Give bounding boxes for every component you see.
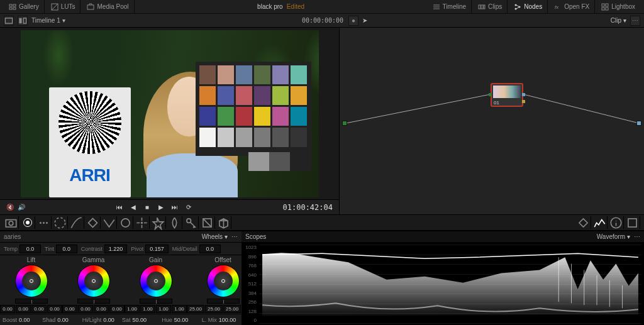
color-swatch <box>199 128 216 146</box>
gallery-button[interactable]: Gallery <box>4 0 45 13</box>
split-view-button[interactable] <box>18 16 28 26</box>
node-output-port[interactable] <box>522 93 525 96</box>
project-title: black pro <box>257 3 283 10</box>
clip-mode-dropdown[interactable]: Clip ▾ <box>611 17 626 24</box>
svg-rect-8 <box>484 5 485 9</box>
node-graph[interactable]: 01 <box>340 28 644 214</box>
panel-options-button[interactable]: ⋯ <box>231 233 238 240</box>
main-split: ARRI 🔇 🔊 ⏮ ◀ ■ ▶ ⏭ <box>0 28 644 214</box>
openfx-button[interactable]: fx Open FX <box>549 0 595 13</box>
resolution-chart: ARRI <box>49 87 131 197</box>
lightbox-button[interactable]: Lightbox <box>596 0 640 13</box>
svg-line-21 <box>523 94 639 123</box>
svg-rect-25 <box>89 218 97 227</box>
offset-master-jog[interactable] <box>207 299 240 304</box>
qualifier-button[interactable] <box>102 216 117 229</box>
color-swatch <box>272 128 289 146</box>
luts-button[interactable]: LUTs <box>46 0 81 13</box>
image-wipe-button[interactable] <box>4 16 14 26</box>
svg-point-28 <box>187 218 191 223</box>
luts-icon <box>51 3 58 11</box>
color-swatch <box>199 86 216 105</box>
wheels-mode-dropdown[interactable]: Wheels ▾ <box>202 233 228 240</box>
scope-tick: 768 <box>243 263 257 268</box>
mediapool-button[interactable]: Media Pool <box>82 0 134 13</box>
gain-master-jog[interactable] <box>140 299 172 304</box>
color-wheels-button[interactable] <box>20 216 35 229</box>
node-source-handle[interactable] <box>342 121 347 126</box>
pivot-field[interactable]: 0.157 <box>145 245 169 253</box>
temp-field[interactable]: 0.0 <box>19 245 41 253</box>
tint-field[interactable]: 0.0 <box>56 245 77 253</box>
gamma-wheel[interactable] <box>77 265 110 297</box>
window-button[interactable] <box>118 216 133 229</box>
viewer-timecode[interactable]: 01:00:42:04 <box>283 203 333 212</box>
viewer-canvas[interactable]: ARRI <box>0 28 339 199</box>
info-panel-button[interactable] <box>609 216 624 229</box>
chevron-down-icon: ▾ <box>225 233 228 240</box>
expand-button[interactable] <box>625 216 640 229</box>
sizing-button[interactable] <box>200 216 215 229</box>
curves-button[interactable] <box>69 216 84 229</box>
clips-button[interactable]: Clips <box>473 0 508 13</box>
color-swatch <box>218 86 234 105</box>
loop-button[interactable]: ⟳ <box>184 203 193 212</box>
tracker-button[interactable] <box>135 216 150 229</box>
scopes-title: Scopes <box>245 233 266 240</box>
gray-card <box>248 152 311 171</box>
scope-type-dropdown[interactable]: Waveform ▾ <box>597 233 630 240</box>
transport-bar: 🔇 🔊 ⏮ ◀ ■ ▶ ⏭ ⟳ 01:00:42:04 <box>0 199 339 214</box>
node-input-port[interactable] <box>489 93 492 96</box>
gain-wheel[interactable] <box>140 265 172 297</box>
magic-mask-button[interactable] <box>151 216 166 229</box>
keyframe-panel-button[interactable] <box>576 216 591 229</box>
play-reverse-button[interactable]: ◀ <box>129 203 138 212</box>
scope-tick: 128 <box>243 309 257 314</box>
motion-effects-button[interactable] <box>53 216 68 229</box>
scopes-panel: Scopes Waveform ▾ ⋯ 10238967686405123842… <box>242 231 644 325</box>
key-button[interactable] <box>184 216 199 229</box>
middetail-field[interactable]: 0.0 <box>199 245 221 253</box>
timeline-button[interactable]: Timeline <box>428 0 472 13</box>
svg-rect-7 <box>481 5 483 9</box>
nav-timecode[interactable]: 00:00:00:00 <box>297 17 348 24</box>
volume-button[interactable]: 🔊 <box>18 204 25 211</box>
color-warper-button[interactable] <box>86 216 101 229</box>
primaries-tab[interactable]: aaries <box>4 233 21 240</box>
gamma-values[interactable]: 0.000.000.000.00 <box>62 305 125 313</box>
timeline-dropdown[interactable]: Timeline 1 ▾ <box>31 17 297 24</box>
color-node-01[interactable]: 01 <box>491 83 523 107</box>
blur-button[interactable] <box>167 216 182 229</box>
play-button[interactable]: ▶ <box>157 203 165 212</box>
node-alpha-port[interactable] <box>522 100 525 103</box>
rgb-mixer-button[interactable] <box>36 216 52 229</box>
record-monitor-button[interactable]: ● <box>348 16 358 26</box>
lift-values[interactable]: 0.000.000.000.00 <box>0 305 62 313</box>
camera-raw-button[interactable] <box>4 216 19 229</box>
node-output-handle[interactable] <box>636 121 641 126</box>
color-swatch <box>272 65 289 84</box>
node-options-button[interactable]: ⋯ <box>630 16 640 26</box>
gamma-master-jog[interactable] <box>77 299 110 304</box>
offset-wheel[interactable] <box>207 265 240 297</box>
lift-wheel[interactable] <box>15 265 48 297</box>
contrast-field[interactable]: 1.220 <box>104 245 128 253</box>
scope-options-button[interactable]: ⋯ <box>630 233 640 240</box>
mute-button[interactable]: 🔇 <box>6 204 14 211</box>
node-number: 01 <box>494 100 499 106</box>
gain-values[interactable]: 1.001.001.001.00 <box>125 305 187 313</box>
stop-button[interactable]: ■ <box>143 203 152 212</box>
lift-master-jog[interactable] <box>15 299 48 304</box>
svg-rect-14 <box>606 4 608 6</box>
scopes-panel-button[interactable] <box>592 216 608 229</box>
waveform-scope[interactable]: 10238967686405123842561280 <box>242 243 644 325</box>
3d-button[interactable] <box>216 216 231 229</box>
go-last-button[interactable]: ⏭ <box>170 203 179 212</box>
svg-point-27 <box>141 221 143 223</box>
svg-point-24 <box>55 218 65 228</box>
siemens-star-icon <box>58 91 121 154</box>
color-swatch <box>272 86 289 105</box>
nodes-button[interactable]: Nodes <box>509 0 548 13</box>
color-swatch <box>291 107 307 126</box>
go-first-button[interactable]: ⏮ <box>115 203 124 212</box>
